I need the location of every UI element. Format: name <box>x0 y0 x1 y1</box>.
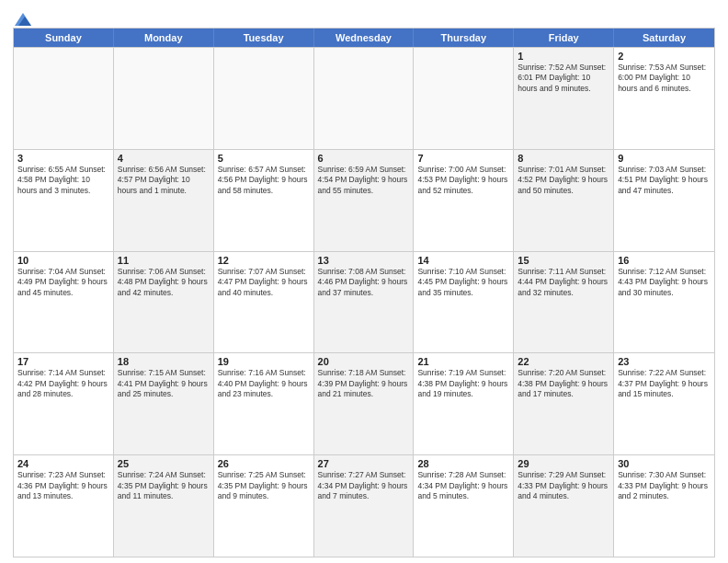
weekday-header-friday: Friday <box>514 29 614 47</box>
day-info: Sunrise: 7:30 AM Sunset: 4:33 PM Dayligh… <box>618 470 711 501</box>
title-block <box>31 9 715 11</box>
weekday-header-monday: Monday <box>114 29 214 47</box>
empty-cell <box>14 48 114 149</box>
day-info: Sunrise: 7:10 AM Sunset: 4:45 PM Dayligh… <box>417 267 509 298</box>
page: SundayMondayTuesdayWednesdayThursdayFrid… <box>0 0 728 563</box>
day-number: 28 <box>417 458 509 469</box>
day-info: Sunrise: 7:14 AM Sunset: 4:42 PM Dayligh… <box>17 368 109 399</box>
day-number: 24 <box>17 458 109 469</box>
day-cell-27: 27Sunrise: 7:27 AM Sunset: 4:34 PM Dayli… <box>314 455 415 557</box>
day-cell-11: 11Sunrise: 7:06 AM Sunset: 4:48 PM Dayli… <box>114 252 214 353</box>
week-row-2: 3Sunrise: 6:55 AM Sunset: 4:58 PM Daylig… <box>14 149 714 251</box>
day-cell-4: 4Sunrise: 6:56 AM Sunset: 4:57 PM Daylig… <box>114 150 214 251</box>
day-info: Sunrise: 7:12 AM Sunset: 4:43 PM Dayligh… <box>618 267 711 298</box>
day-cell-19: 19Sunrise: 7:16 AM Sunset: 4:40 PM Dayli… <box>214 353 314 454</box>
day-cell-6: 6Sunrise: 6:59 AM Sunset: 4:54 PM Daylig… <box>314 150 415 251</box>
header-row <box>13 9 715 26</box>
day-cell-14: 14Sunrise: 7:10 AM Sunset: 4:45 PM Dayli… <box>414 252 514 353</box>
day-cell-26: 26Sunrise: 7:25 AM Sunset: 4:35 PM Dayli… <box>214 455 314 557</box>
day-cell-1: 1Sunrise: 7:52 AM Sunset: 6:01 PM Daylig… <box>514 48 614 149</box>
day-info: Sunrise: 7:52 AM Sunset: 6:01 PM Dayligh… <box>518 63 609 94</box>
day-number: 22 <box>518 356 609 367</box>
day-number: 20 <box>318 356 410 367</box>
day-cell-21: 21Sunrise: 7:19 AM Sunset: 4:38 PM Dayli… <box>414 353 514 454</box>
day-cell-3: 3Sunrise: 6:55 AM Sunset: 4:58 PM Daylig… <box>14 150 114 251</box>
day-info: Sunrise: 6:57 AM Sunset: 4:56 PM Dayligh… <box>218 165 310 196</box>
day-number: 23 <box>618 356 711 367</box>
day-cell-29: 29Sunrise: 7:29 AM Sunset: 4:33 PM Dayli… <box>514 455 614 557</box>
day-number: 26 <box>218 458 310 469</box>
logo-icon <box>15 13 31 26</box>
day-info: Sunrise: 7:01 AM Sunset: 4:52 PM Dayligh… <box>518 165 609 196</box>
day-number: 13 <box>318 255 410 266</box>
empty-cell <box>114 48 214 149</box>
day-cell-30: 30Sunrise: 7:30 AM Sunset: 4:33 PM Dayli… <box>614 455 714 557</box>
day-number: 16 <box>618 255 711 266</box>
day-info: Sunrise: 7:27 AM Sunset: 4:34 PM Dayligh… <box>318 470 410 501</box>
day-number: 21 <box>417 356 509 367</box>
day-number: 10 <box>17 255 109 266</box>
day-info: Sunrise: 7:18 AM Sunset: 4:39 PM Dayligh… <box>318 368 410 399</box>
day-cell-12: 12Sunrise: 7:07 AM Sunset: 4:47 PM Dayli… <box>214 252 314 353</box>
day-number: 18 <box>118 356 210 367</box>
day-number: 4 <box>118 153 210 164</box>
day-number: 12 <box>218 255 310 266</box>
day-cell-9: 9Sunrise: 7:03 AM Sunset: 4:51 PM Daylig… <box>614 150 714 251</box>
day-info: Sunrise: 7:16 AM Sunset: 4:40 PM Dayligh… <box>218 368 310 399</box>
empty-cell <box>214 48 314 149</box>
day-cell-5: 5Sunrise: 6:57 AM Sunset: 4:56 PM Daylig… <box>214 150 314 251</box>
day-number: 8 <box>518 153 609 164</box>
day-info: Sunrise: 7:24 AM Sunset: 4:35 PM Dayligh… <box>118 470 210 501</box>
day-cell-16: 16Sunrise: 7:12 AM Sunset: 4:43 PM Dayli… <box>614 252 714 353</box>
day-number: 9 <box>618 153 711 164</box>
day-cell-22: 22Sunrise: 7:20 AM Sunset: 4:38 PM Dayli… <box>514 353 614 454</box>
day-cell-20: 20Sunrise: 7:18 AM Sunset: 4:39 PM Dayli… <box>314 353 415 454</box>
day-number: 25 <box>118 458 210 469</box>
day-cell-17: 17Sunrise: 7:14 AM Sunset: 4:42 PM Dayli… <box>14 353 114 454</box>
empty-cell <box>414 48 514 149</box>
day-number: 29 <box>518 458 609 469</box>
day-number: 1 <box>518 51 609 62</box>
day-number: 7 <box>417 153 509 164</box>
day-info: Sunrise: 7:04 AM Sunset: 4:49 PM Dayligh… <box>17 267 109 298</box>
week-row-5: 24Sunrise: 7:23 AM Sunset: 4:36 PM Dayli… <box>14 454 714 557</box>
day-number: 14 <box>417 255 509 266</box>
day-number: 30 <box>618 458 711 469</box>
day-number: 3 <box>17 153 109 164</box>
day-number: 11 <box>118 255 210 266</box>
day-info: Sunrise: 7:00 AM Sunset: 4:53 PM Dayligh… <box>417 165 509 196</box>
day-number: 15 <box>518 255 609 266</box>
day-number: 17 <box>17 356 109 367</box>
day-cell-15: 15Sunrise: 7:11 AM Sunset: 4:44 PM Dayli… <box>514 252 614 353</box>
day-cell-28: 28Sunrise: 7:28 AM Sunset: 4:34 PM Dayli… <box>414 455 514 557</box>
day-info: Sunrise: 7:20 AM Sunset: 4:38 PM Dayligh… <box>518 368 609 399</box>
day-number: 5 <box>218 153 310 164</box>
empty-cell <box>314 48 415 149</box>
day-info: Sunrise: 7:22 AM Sunset: 4:37 PM Dayligh… <box>618 368 711 399</box>
day-info: Sunrise: 7:03 AM Sunset: 4:51 PM Dayligh… <box>618 165 711 196</box>
day-cell-18: 18Sunrise: 7:15 AM Sunset: 4:41 PM Dayli… <box>114 353 214 454</box>
day-info: Sunrise: 7:07 AM Sunset: 4:47 PM Dayligh… <box>218 267 310 298</box>
day-cell-13: 13Sunrise: 7:08 AM Sunset: 4:46 PM Dayli… <box>314 252 415 353</box>
calendar-header: SundayMondayTuesdayWednesdayThursdayFrid… <box>14 29 714 47</box>
day-cell-10: 10Sunrise: 7:04 AM Sunset: 4:49 PM Dayli… <box>14 252 114 353</box>
calendar-body: 1Sunrise: 7:52 AM Sunset: 6:01 PM Daylig… <box>14 47 714 557</box>
day-info: Sunrise: 7:25 AM Sunset: 4:35 PM Dayligh… <box>218 470 310 501</box>
week-row-3: 10Sunrise: 7:04 AM Sunset: 4:49 PM Dayli… <box>14 251 714 353</box>
day-info: Sunrise: 7:53 AM Sunset: 6:00 PM Dayligh… <box>618 63 711 94</box>
day-info: Sunrise: 7:11 AM Sunset: 4:44 PM Dayligh… <box>518 267 609 298</box>
day-info: Sunrise: 7:19 AM Sunset: 4:38 PM Dayligh… <box>417 368 509 399</box>
day-number: 6 <box>318 153 410 164</box>
weekday-header-saturday: Saturday <box>614 29 714 47</box>
day-info: Sunrise: 7:29 AM Sunset: 4:33 PM Dayligh… <box>518 470 609 501</box>
weekday-header-wednesday: Wednesday <box>314 29 415 47</box>
day-info: Sunrise: 7:23 AM Sunset: 4:36 PM Dayligh… <box>17 470 109 501</box>
day-info: Sunrise: 6:56 AM Sunset: 4:57 PM Dayligh… <box>118 165 210 196</box>
day-info: Sunrise: 6:55 AM Sunset: 4:58 PM Dayligh… <box>17 165 109 196</box>
logo <box>13 13 31 26</box>
day-cell-7: 7Sunrise: 7:00 AM Sunset: 4:53 PM Daylig… <box>414 150 514 251</box>
weekday-header-sunday: Sunday <box>14 29 114 47</box>
day-cell-24: 24Sunrise: 7:23 AM Sunset: 4:36 PM Dayli… <box>14 455 114 557</box>
weekday-header-thursday: Thursday <box>414 29 514 47</box>
day-info: Sunrise: 7:08 AM Sunset: 4:46 PM Dayligh… <box>318 267 410 298</box>
